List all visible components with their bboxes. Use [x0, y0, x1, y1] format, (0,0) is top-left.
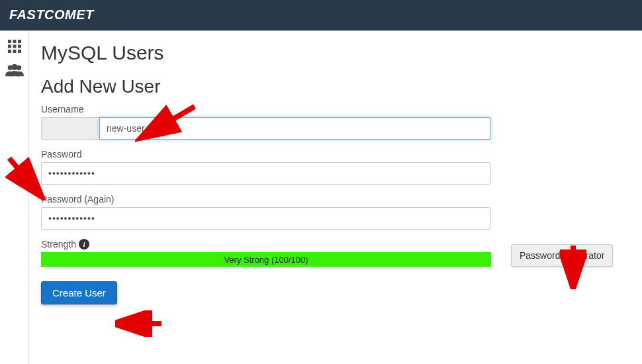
create-user-button[interactable]: Create User — [41, 281, 117, 304]
username-prefix — [41, 117, 99, 140]
username-label: Username — [41, 104, 630, 114]
svg-rect-5 — [18, 45, 21, 48]
password-again-label: Password (Again) — [41, 194, 630, 205]
page-title: MySQL Users — [41, 42, 630, 64]
sidebar — [0, 31, 29, 364]
svg-rect-1 — [13, 40, 16, 43]
grid-icon[interactable] — [5, 39, 24, 54]
brand-logo: FASTCOMET — [9, 7, 94, 23]
password-generator-button[interactable]: Password Generator — [511, 244, 613, 267]
info-icon[interactable]: i — [79, 239, 89, 250]
strength-label: Strength i — [41, 239, 491, 250]
topbar: FASTCOMET — [0, 0, 642, 30]
svg-point-11 — [16, 66, 21, 70]
svg-rect-3 — [8, 45, 11, 48]
svg-rect-8 — [18, 50, 21, 53]
svg-rect-0 — [8, 40, 11, 43]
section-title: Add New User — [41, 76, 630, 97]
strength-bar: Very Strong (100/100) — [41, 252, 491, 267]
username-input[interactable] — [99, 117, 491, 140]
main-panel: MySQL Users Add New User Username Passwo… — [29, 31, 642, 364]
svg-rect-2 — [18, 40, 21, 43]
annotation-arrow-icon — [115, 310, 168, 337]
svg-rect-6 — [8, 50, 11, 53]
svg-rect-7 — [13, 50, 16, 53]
password-again-field: Password (Again) — [41, 194, 630, 230]
password-field: Password — [41, 149, 630, 185]
password-again-input[interactable] — [41, 207, 491, 230]
svg-rect-4 — [13, 45, 16, 48]
username-field: Username — [41, 104, 630, 140]
strength-text: Very Strong (100/100) — [224, 255, 308, 265]
password-label: Password — [41, 149, 630, 159]
users-icon[interactable] — [5, 63, 24, 77]
password-input[interactable] — [41, 162, 491, 185]
